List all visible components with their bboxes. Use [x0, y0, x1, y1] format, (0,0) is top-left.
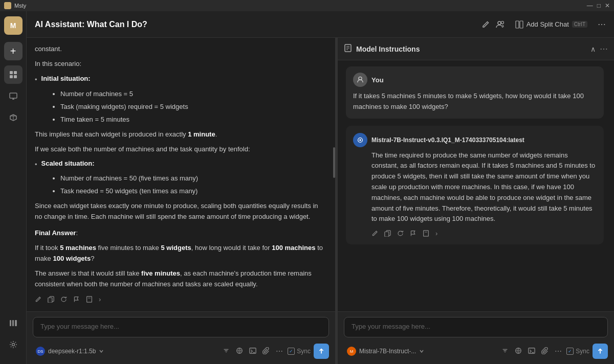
- ai-model-name: Mistral-7B-Instruct-v0.3.IQ1_M-174033370…: [371, 136, 524, 144]
- window-controls: — □ ✕: [587, 2, 610, 9]
- svg-rect-34: [385, 232, 389, 237]
- new-chat-button[interactable]: +: [4, 42, 23, 60]
- maximize-btn[interactable]: □: [597, 2, 601, 9]
- more-header-button[interactable]: ⋯: [598, 19, 606, 29]
- svg-rect-16: [520, 21, 523, 28]
- add-split-chat-button[interactable]: Add Split Chat CtrIT: [511, 18, 591, 31]
- right-scrollbar[interactable]: [612, 60, 614, 311]
- svg-rect-1: [14, 71, 17, 74]
- scaled-b1: Number of machines = 50 (five times as m…: [60, 173, 325, 184]
- edit-header-button[interactable]: [481, 20, 490, 29]
- users-header-button[interactable]: [496, 20, 505, 29]
- right-ai-message: Mistral-7B-Instruct-v0.3.IQ1_M-174033370…: [346, 126, 604, 245]
- bullet2: Task (making widgets) required = 5 widge…: [60, 102, 325, 112]
- right-toolbar-settings[interactable]: [500, 346, 510, 357]
- right-sync-button[interactable]: ✓ Sync: [566, 348, 589, 355]
- svg-rect-9: [10, 320, 11, 326]
- right-bookmark-btn[interactable]: [423, 230, 429, 237]
- refresh-action-btn[interactable]: [60, 296, 67, 303]
- svg-rect-0: [10, 71, 13, 74]
- left-send-button[interactable]: [314, 344, 329, 359]
- left-sync-label: Sync: [297, 348, 311, 355]
- left-sync-checkbox[interactable]: ✓: [288, 348, 295, 355]
- right-toolbar-attach[interactable]: [540, 346, 550, 357]
- minimize-btn[interactable]: —: [587, 2, 593, 9]
- right-pane-more-button[interactable]: ⋯: [600, 44, 608, 54]
- right-message-input[interactable]: [344, 317, 608, 337]
- right-model-name: Mistral-7B-Instruct-...: [359, 348, 416, 355]
- copy-action-btn[interactable]: [48, 296, 54, 303]
- scaled-b2: Task needed = 50 widgets (ten times as m…: [60, 186, 325, 197]
- right-chat-pane: Model Instructions ∧ ⋯ You: [338, 38, 614, 364]
- right-copy-btn[interactable]: [384, 230, 391, 237]
- ai-message-left: constant. In this scenario: • Initial si…: [35, 44, 325, 303]
- logo-button[interactable]: M: [4, 16, 23, 35]
- left-toolbar-terminal[interactable]: [248, 346, 258, 357]
- close-btn[interactable]: ✕: [605, 2, 610, 9]
- deepseek-model-icon: DS: [36, 347, 45, 356]
- final-answer-text: If it took 5 machines five minutes to ma…: [35, 243, 325, 264]
- right-flag-btn[interactable]: [410, 230, 416, 237]
- left-toolbar-settings[interactable]: [221, 346, 231, 357]
- ai-avatar: [353, 133, 367, 147]
- sidebar-item-grid[interactable]: [4, 65, 23, 84]
- svg-rect-4: [10, 93, 17, 98]
- svg-rect-3: [14, 75, 17, 78]
- right-edit-btn[interactable]: [371, 230, 378, 237]
- bullet1: Number of machines = 5: [60, 89, 325, 100]
- left-chat-messages[interactable]: constant. In this scenario: • Initial si…: [27, 38, 333, 311]
- right-sync-checkbox[interactable]: ✓: [566, 348, 574, 355]
- right-refresh-btn[interactable]: [397, 230, 404, 237]
- sidebar: M +: [0, 11, 27, 364]
- right-more-action-btn[interactable]: ›: [435, 230, 437, 237]
- model-instructions-chevron[interactable]: ∧: [590, 45, 596, 53]
- left-scrollbar[interactable]: [333, 38, 335, 311]
- right-pane-header: Model Instructions ∧ ⋯: [338, 38, 614, 60]
- right-input-area: M Mistral-7B-Instruct-...: [338, 311, 614, 364]
- right-sync-label: Sync: [576, 348, 589, 355]
- right-chat-messages[interactable]: You If it takes 5 machines 5 minutes to …: [338, 60, 612, 311]
- svg-point-14: [501, 21, 503, 24]
- svg-rect-11: [15, 320, 17, 326]
- model-instructions-icon: [344, 44, 352, 54]
- app-favicon: [4, 2, 11, 9]
- sidebar-item-library[interactable]: [4, 314, 23, 332]
- right-toolbar-globe[interactable]: [513, 346, 523, 357]
- since-text: Since each widget takes exactly one minu…: [35, 201, 325, 222]
- more-action-btn[interactable]: ›: [99, 295, 101, 303]
- left-sync-button[interactable]: ✓ Sync: [288, 348, 311, 355]
- right-model-selector[interactable]: M Mistral-7B-Instruct-...: [344, 345, 427, 357]
- bullet3: Time taken = 5 minutes: [60, 115, 325, 125]
- sidebar-item-monitor[interactable]: [4, 87, 23, 105]
- bookmark-action-btn[interactable]: [86, 296, 93, 303]
- left-toolbar-attach[interactable]: [261, 346, 271, 357]
- sidebar-item-settings[interactable]: [4, 335, 23, 354]
- title-bar: Msty — □ ✕: [0, 0, 614, 11]
- user-avatar: [353, 73, 367, 87]
- svg-point-32: [359, 139, 361, 141]
- right-send-button[interactable]: [593, 344, 608, 359]
- left-chat-pane: constant. In this scenario: • Initial si…: [27, 38, 336, 364]
- svg-rect-35: [424, 231, 429, 236]
- right-toolbar-more[interactable]: ⋯: [553, 346, 563, 357]
- left-input-area: DS deepseek-r1:1.5b: [27, 311, 335, 364]
- left-toolbar-globe[interactable]: [234, 346, 245, 357]
- edit-action-btn[interactable]: [35, 296, 41, 303]
- left-model-selector[interactable]: DS deepseek-r1:1.5b: [33, 345, 107, 357]
- final-answer-para: Final Answer:: [35, 228, 325, 239]
- initial-situation-label: Initial situation:: [41, 74, 91, 84]
- app-header: AI Assistant: What Can I Do?: [27, 11, 614, 38]
- right-toolbar-terminal[interactable]: [527, 346, 537, 357]
- svg-rect-15: [516, 21, 519, 28]
- svg-point-12: [12, 344, 14, 346]
- left-toolbar-more[interactable]: ⋯: [274, 346, 284, 357]
- answer-text: The answer is that it would still take f…: [35, 268, 325, 290]
- flag-action-btn[interactable]: [73, 296, 80, 303]
- user-author-label: You: [371, 76, 384, 84]
- add-split-label: Add Split Chat: [527, 20, 569, 28]
- app-name-label: Msty: [14, 3, 26, 9]
- svg-point-13: [498, 21, 501, 25]
- left-message-input[interactable]: [33, 317, 329, 337]
- sidebar-item-box[interactable]: [4, 108, 23, 127]
- svg-rect-18: [48, 298, 52, 303]
